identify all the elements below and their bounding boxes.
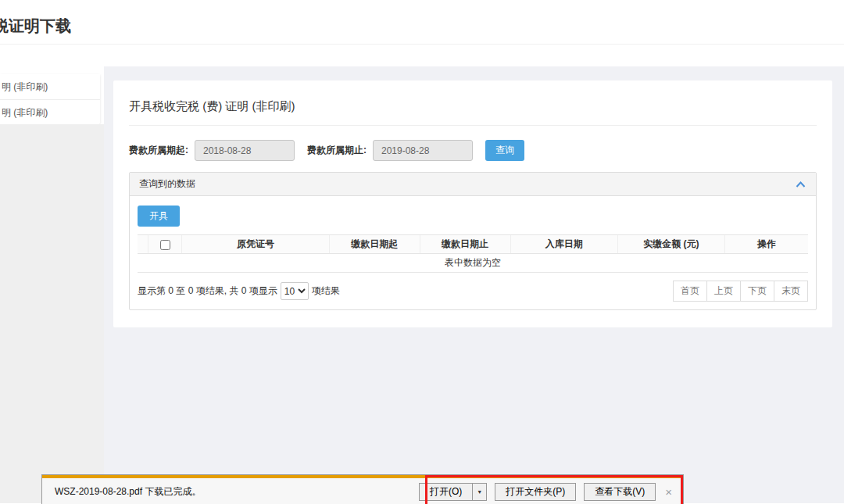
sidebar: 明 (非印刷) 明 (非印刷)	[0, 66, 104, 503]
page-header: 税证明下载	[0, 0, 844, 45]
content-area: 开具税收完税 (费) 证明 (非印刷) 费款所属期起: 费款所属期止: 查询 查…	[104, 66, 844, 503]
column-header-paid-amount: 实缴金额 (元)	[617, 235, 724, 254]
empty-row: 表中数据为空	[138, 254, 808, 273]
sidebar-item-certificate-2[interactable]: 明 (非印刷)	[0, 99, 100, 124]
period-start-label: 费款所属期起:	[129, 144, 188, 157]
page-title: 税证明下载	[0, 0, 844, 37]
results-table: 原凭证号 缴款日期起 缴款日期止 入库日期 实缴金额 (元) 操作 表中数据为空	[138, 234, 808, 273]
select-all-column	[148, 235, 182, 254]
last-page-button[interactable]: 末页	[774, 281, 808, 302]
card-heading: 开具税收完税 (费) 证明 (非印刷)	[129, 93, 817, 125]
prev-page-button[interactable]: 上页	[706, 281, 741, 302]
download-notification-bar: WSZ-2019-08-28.pdf 下载已完成。 打开(O) ▼ 打开文件夹(…	[41, 474, 684, 504]
results-panel-header: 查询到的数据	[130, 173, 816, 196]
sidebar-menu: 明 (非印刷) 明 (非印刷)	[0, 74, 100, 124]
next-page-button[interactable]: 下页	[740, 281, 774, 302]
query-button[interactable]: 查询	[485, 140, 524, 161]
first-page-button[interactable]: 首页	[673, 281, 707, 302]
page-size-select[interactable]: 10	[281, 282, 309, 300]
sidebar-item-label: 明 (非印刷)	[2, 107, 48, 118]
chevron-up-icon	[795, 181, 806, 188]
column-header-storage-date: 入库日期	[510, 235, 617, 254]
pager-buttons: 首页 上页 下页 末页	[674, 281, 808, 302]
table-header-row: 原凭证号 缴款日期起 缴款日期止 入库日期 实缴金额 (元) 操作	[138, 235, 808, 254]
column-header-voucher: 原凭证号	[182, 235, 330, 254]
download-complete-message: WSZ-2019-08-28.pdf 下载已完成。	[55, 485, 201, 499]
page-size-suffix: 项结果	[312, 284, 340, 298]
view-downloads-button[interactable]: 查看下载(V)	[584, 483, 656, 501]
results-count-text: 显示第 0 至 0 项结果, 共 0 项显示	[138, 284, 277, 298]
header-spacer	[0, 45, 844, 66]
period-end-label: 费款所属期止:	[307, 144, 367, 157]
column-header-actions: 操作	[725, 235, 808, 254]
sidebar-filler	[0, 124, 104, 503]
open-file-button[interactable]: 打开(O)	[419, 483, 472, 501]
empty-table-message: 表中数据为空	[138, 254, 808, 273]
results-panel-title: 查询到的数据	[139, 177, 195, 191]
main-layout: 明 (非印刷) 明 (非印刷) 开具税收完税 (费) 证明 (非印刷) 费款所属…	[0, 66, 844, 503]
open-folder-button[interactable]: 打开文件夹(P)	[495, 483, 576, 501]
download-actions: 打开(O) ▼ 打开文件夹(P) 查看下载(V) ×	[419, 483, 674, 501]
collapse-toggle[interactable]	[795, 181, 806, 188]
column-header-pay-start: 缴款日期起	[329, 235, 420, 254]
results-panel-body: 开具	[130, 196, 816, 309]
pagination: 显示第 0 至 0 项结果, 共 0 项显示 10 项结果 首页 上页 下页 末…	[138, 281, 808, 302]
close-icon[interactable]: ×	[665, 486, 672, 498]
results-panel: 查询到的数据 开具	[129, 172, 817, 310]
open-dropdown-arrow-icon[interactable]: ▼	[472, 483, 487, 501]
pagination-info: 显示第 0 至 0 项结果, 共 0 项显示 10 项结果	[138, 282, 340, 300]
date-range-form: 费款所属期起: 费款所属期止: 查询	[129, 140, 817, 161]
heading-divider	[129, 125, 817, 126]
sidebar-item-label: 明 (非印刷)	[2, 81, 48, 92]
certificate-card: 开具税收完税 (费) 证明 (非印刷) 费款所属期起: 费款所属期止: 查询 查…	[113, 80, 832, 327]
issue-button[interactable]: 开具	[138, 206, 180, 227]
select-all-checkbox[interactable]	[160, 240, 170, 250]
row-expand-column	[138, 235, 148, 254]
column-header-pay-end: 缴款日期止	[420, 235, 510, 254]
sidebar-item-certificate-1[interactable]: 明 (非印刷)	[0, 74, 100, 99]
period-start-input[interactable]	[195, 140, 295, 161]
download-bar-content: WSZ-2019-08-28.pdf 下载已完成。 打开(O) ▼ 打开文件夹(…	[42, 478, 683, 504]
period-end-input[interactable]	[373, 140, 473, 161]
